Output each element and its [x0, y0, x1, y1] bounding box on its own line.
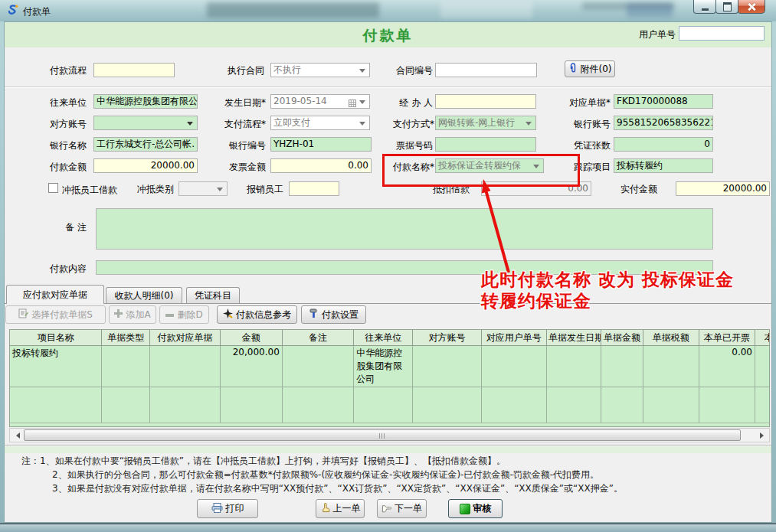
- column-header[interactable]: 单据金额: [601, 330, 643, 346]
- payment-amount-input[interactable]: 20000.00: [93, 158, 198, 173]
- close-button[interactable]: [738, 0, 765, 14]
- contract-no-input[interactable]: [435, 63, 537, 77]
- table-cell[interactable]: [102, 346, 150, 387]
- table-cell[interactable]: 20,000.00: [220, 346, 282, 387]
- maximize-button[interactable]: [715, 0, 738, 14]
- annotation-text-line2: 转履约保证金: [481, 289, 591, 313]
- hand-right-icon: [381, 503, 391, 515]
- table-cell[interactable]: [282, 346, 353, 387]
- scrollbar-thumb[interactable]: [24, 429, 741, 441]
- bank-account-input[interactable]: 95581520658356221: [614, 116, 713, 130]
- next-doc-button[interactable]: 下一单: [377, 499, 427, 518]
- table-row-empty[interactable]: [10, 387, 770, 423]
- column-header[interactable]: 单据税额: [643, 330, 699, 346]
- printer-icon: [211, 503, 223, 515]
- arrow-right-icon: [760, 432, 767, 439]
- handler-input[interactable]: [435, 94, 536, 109]
- bill-no-input[interactable]: [435, 137, 536, 152]
- scroll-left-button[interactable]: [10, 429, 22, 442]
- titlebar-blur-artifact: [440, 2, 532, 18]
- column-header[interactable]: 项目名称: [10, 330, 102, 346]
- offset-employee-loan-checkbox[interactable]: [48, 183, 58, 193]
- column-header[interactable]: 金额: [220, 330, 282, 346]
- occur-date-label: 发生日期*: [213, 97, 266, 109]
- invoice-amount-input[interactable]: 0.00: [270, 158, 372, 173]
- table-cell[interactable]: [150, 346, 220, 387]
- invoice-amount-label: 发票金额: [213, 162, 266, 173]
- hammer-icon: [309, 308, 319, 321]
- counterpart-account-select[interactable]: [93, 116, 198, 130]
- table-cell[interactable]: [481, 346, 546, 387]
- plus-icon: [114, 309, 123, 320]
- column-header[interactable]: 对应用户单号: [481, 330, 546, 346]
- audit-button[interactable]: 审核: [448, 499, 503, 518]
- table-cell[interactable]: [755, 346, 770, 387]
- reimburse-employee-input[interactable]: [289, 181, 339, 196]
- table-cell[interactable]: [643, 346, 699, 387]
- column-header[interactable]: 对方账号: [413, 330, 481, 346]
- offset-type-select[interactable]: [178, 181, 228, 196]
- voucher-count-input[interactable]: 0: [614, 137, 713, 152]
- bank-code-input[interactable]: YHZH-01: [270, 137, 372, 152]
- table-cell[interactable]: [601, 346, 643, 387]
- bank-account-label: 银行账号: [558, 119, 611, 130]
- user-no-label: 用户单号: [634, 29, 676, 41]
- pay-method-select[interactable]: 网银转账-网上银行: [435, 116, 536, 130]
- occur-date-picker[interactable]: 2019-05-14: [270, 94, 370, 109]
- maximize-icon: [723, 2, 732, 11]
- payment-amount-label: 付款金额: [38, 162, 87, 173]
- execute-contract-label: 执行合同: [213, 65, 264, 77]
- tab-voucher-subjects[interactable]: 凭证科目: [186, 287, 240, 303]
- print-button[interactable]: 打印: [197, 499, 258, 518]
- column-header[interactable]: 往来单位: [354, 330, 413, 346]
- calendar-icon: [349, 98, 356, 109]
- column-header[interactable]: 付款对应单据: [150, 330, 220, 346]
- voucher-count-label: 凭证张数: [558, 140, 611, 152]
- scroll-right-button[interactable]: [757, 429, 769, 442]
- table-row[interactable]: 投标转履约 20,000.00 中华能源控股集团有限公司 0.00: [10, 346, 770, 387]
- delete-button[interactable]: 删除D: [159, 305, 209, 324]
- contract-no-label: 合同编号: [385, 65, 433, 77]
- payment-flow-input[interactable]: [93, 63, 175, 77]
- execute-contract-select[interactable]: 不执行: [270, 63, 370, 77]
- bank-name-input[interactable]: 工行东城支行-总公司帐.: [93, 137, 198, 152]
- titlebar: 付款单: [0, 0, 776, 21]
- close-icon: [747, 2, 756, 11]
- table-cell[interactable]: [546, 346, 601, 387]
- app-icon: [7, 4, 19, 18]
- payment-info-reference-button[interactable]: 付款信息参考: [217, 305, 297, 324]
- chevron-down-icon: [217, 188, 223, 194]
- table-cell[interactable]: 0.00: [699, 346, 755, 387]
- minimize-button[interactable]: [693, 0, 716, 14]
- related-doc-input[interactable]: FKD170000088: [614, 94, 713, 109]
- column-header[interactable]: 单据类型: [102, 330, 150, 346]
- table-cell[interactable]: 投标转履约: [10, 346, 102, 387]
- tracking-project-input[interactable]: 投标转履约: [614, 158, 713, 173]
- actual-amount-input[interactable]: 20000.00: [676, 181, 770, 196]
- add-button[interactable]: 添加A: [109, 305, 156, 324]
- table-cell[interactable]: [413, 346, 481, 387]
- table-cell[interactable]: 中华能源控股集团有限公司: [354, 346, 413, 387]
- column-header[interactable]: 本单已开票: [699, 330, 755, 346]
- payment-info-icon: [223, 308, 233, 321]
- select-payment-doc-button[interactable]: 选择付款单据S: [5, 305, 106, 324]
- remark-textarea[interactable]: [96, 208, 713, 250]
- user-no-input[interactable]: [679, 26, 765, 41]
- counterpart-unit-input[interactable]: 中华能源控股集团有限公: [93, 94, 198, 109]
- prev-doc-button[interactable]: 上一单: [316, 499, 365, 518]
- related-doc-label: 对应单据*: [558, 97, 611, 109]
- h-scrollbar[interactable]: [9, 428, 770, 442]
- actual-amount-label: 实付金额: [617, 184, 657, 195]
- annotation-arrow: [465, 178, 519, 281]
- annotation-text-line1: 此时付款名称 改为 投标保证金: [481, 268, 734, 292]
- column-header[interactable]: 备注: [282, 330, 353, 346]
- tab-payable-docs[interactable]: 应付款对应单据: [6, 285, 104, 304]
- titlebar-blur-artifact: [627, 3, 673, 17]
- payment-settings-button[interactable]: 付款设置: [301, 305, 366, 324]
- column-header[interactable]: 本单已: [755, 330, 770, 346]
- column-header[interactable]: 单据发生日期: [546, 330, 601, 346]
- tab-payee-detail[interactable]: 收款人明细(0): [106, 287, 182, 303]
- counterpart-unit-label: 往来单位: [38, 97, 87, 109]
- attachment-button[interactable]: 附件(0): [565, 60, 615, 77]
- pay-flow-select[interactable]: 立即支付: [270, 116, 370, 130]
